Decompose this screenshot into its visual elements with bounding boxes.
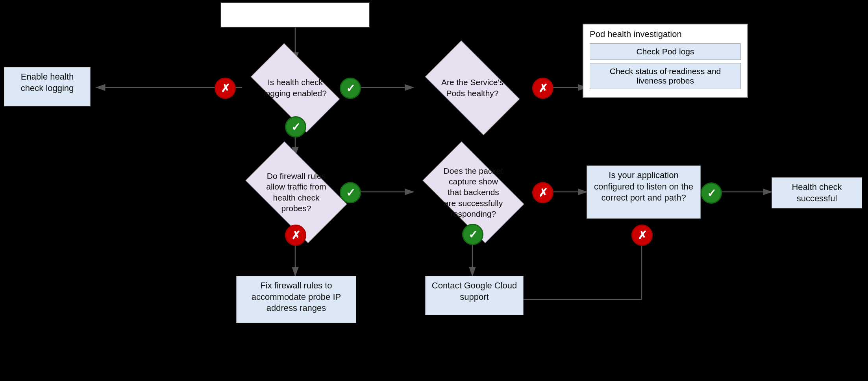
circle-no-port-down: ✗: [631, 225, 653, 246]
diamond-text-3: Do firewall rules allow traffic from hea…: [265, 171, 328, 214]
circle-yes-logging-down: ✓: [285, 116, 306, 138]
box-health-successful: Health check successful: [772, 177, 862, 208]
check-pod-logs-item: Check Pod logs: [590, 43, 741, 60]
start-box: [220, 2, 370, 28]
circle-yes-port-right: ✓: [701, 182, 722, 204]
diamond-text-1: Is health check logging enabled?: [264, 77, 327, 99]
circle-no-firewall-down: ✗: [285, 225, 306, 246]
circle-no-logging: ✗: [215, 78, 236, 99]
diamond-logging-enabled: Is health check logging enabled?: [242, 61, 348, 114]
box-correct-port: Is your application configured to listen…: [587, 165, 701, 219]
box-enable-logging: Enable health check logging: [4, 67, 91, 106]
diamond-text-4: Does the packet capture show that backen…: [442, 165, 505, 219]
pod-investigation-container: Pod health investigation Check Pod logs …: [583, 24, 748, 98]
diamond-pods-healthy: Are the Service's Pods healthy?: [409, 61, 535, 114]
circle-no-pods: ✗: [532, 78, 553, 99]
diamond-text-2: Are the Service's Pods healthy?: [441, 77, 504, 99]
circle-yes-firewall-right: ✓: [340, 182, 361, 203]
flowchart: Is health check logging enabled? Are the…: [0, 0, 868, 381]
box-contact-support: Contact Google Cloud support: [425, 276, 524, 315]
diamond-packet: Does the packet capture show that backen…: [409, 157, 537, 228]
circle-no-packet: ✗: [532, 182, 553, 203]
circle-yes-logging-right: ✓: [340, 78, 361, 99]
check-readiness-item: Check status of readiness and liveness p…: [590, 63, 741, 89]
diamond-firewall: Do firewall rules allow traffic from hea…: [236, 156, 356, 229]
circle-yes-packet-down: ✓: [462, 224, 483, 245]
pod-investigation-title: Pod health investigation: [590, 29, 741, 39]
box-fix-firewall: Fix firewall rules to accommodate probe …: [236, 276, 356, 323]
